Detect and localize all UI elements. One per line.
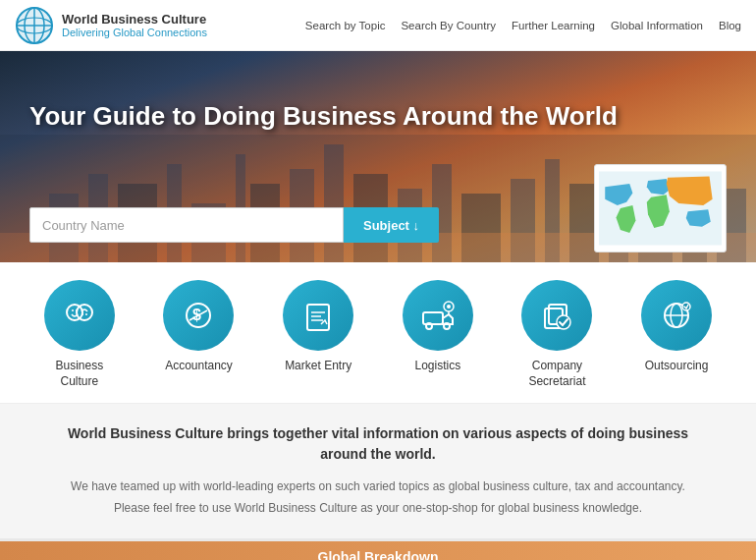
nav-search-topic[interactable]: Search by Topic: [305, 20, 386, 31]
world-map-box: [594, 164, 727, 252]
accountancy-icon: $: [163, 280, 234, 351]
icon-item-business-culture[interactable]: BusinessCulture: [30, 280, 129, 389]
svg-point-31: [72, 309, 74, 311]
icons-section: BusinessCulture $ Accountancy Market Ent…: [0, 262, 756, 404]
nav-global-info[interactable]: Global Information: [611, 20, 703, 31]
global-breakdown-label: Global Breakdown: [318, 549, 439, 560]
info-section: World Business Culture brings together v…: [0, 404, 756, 541]
icon-item-outsourcing[interactable]: Outsourcing: [627, 280, 726, 374]
logistics-label: Logistics: [414, 359, 460, 374]
svg-point-33: [81, 313, 83, 315]
business-culture-label: BusinessCulture: [55, 359, 103, 389]
hero-controls: Country Name Subject ↓: [29, 207, 439, 243]
info-body-line1: We have teamed up with world-leading exp…: [59, 476, 697, 498]
company-secretariat-label: CompanySecretariat: [528, 359, 585, 389]
svg-point-43: [426, 323, 432, 329]
business-culture-icon: [44, 280, 115, 351]
svg-point-46: [447, 305, 451, 308]
svg-point-34: [85, 313, 87, 315]
outsourcing-icon: [641, 280, 712, 351]
info-body-line2: Please feel free to use World Business C…: [59, 498, 697, 520]
logo-area: World Business Culture Delivering Global…: [15, 6, 207, 45]
icon-item-market-entry[interactable]: Market Entry: [269, 280, 367, 374]
logo-title: World Business Culture: [62, 12, 207, 27]
logo-text: World Business Culture Delivering Global…: [62, 12, 207, 38]
logo-subtitle: Delivering Global Connections: [62, 27, 207, 38]
globe-icon: [15, 6, 54, 45]
svg-point-30: [77, 305, 92, 320]
nav-search-country[interactable]: Search By Country: [401, 20, 496, 31]
svg-point-44: [444, 323, 450, 329]
info-headline: World Business Culture brings together v…: [59, 423, 697, 465]
outsourcing-label: Outsourcing: [645, 359, 709, 374]
world-map-svg: [599, 169, 722, 248]
nav-blog[interactable]: Blog: [719, 20, 741, 31]
company-secretariat-icon: [521, 280, 592, 351]
svg-rect-38: [307, 305, 329, 330]
nav-menu: Search by Topic Search By Country Furthe…: [305, 20, 741, 31]
accountancy-label: Accountancy: [165, 359, 233, 374]
country-select[interactable]: Country Name: [29, 207, 344, 243]
nav-further-learning[interactable]: Further Learning: [512, 20, 595, 31]
header: World Business Culture Delivering Global…: [0, 0, 756, 51]
hero-section: Your Guide to Doing Business Around the …: [0, 51, 756, 262]
logistics-icon: [403, 280, 473, 351]
svg-rect-42: [423, 312, 443, 324]
subject-button[interactable]: Subject ↓: [344, 207, 439, 243]
market-entry-icon: [283, 280, 353, 351]
footer-strip: Global Breakdown: [0, 541, 756, 560]
icon-item-logistics[interactable]: Logistics: [389, 280, 487, 374]
svg-point-32: [76, 309, 78, 311]
icon-item-accountancy[interactable]: $ Accountancy: [149, 280, 247, 374]
icon-item-company-secretariat[interactable]: CompanySecretariat: [508, 280, 606, 389]
hero-title: Your Guide to Doing Business Around the …: [29, 100, 727, 134]
market-entry-label: Market Entry: [285, 359, 351, 374]
header-right: Search by Topic Search By Country Furthe…: [305, 20, 741, 31]
